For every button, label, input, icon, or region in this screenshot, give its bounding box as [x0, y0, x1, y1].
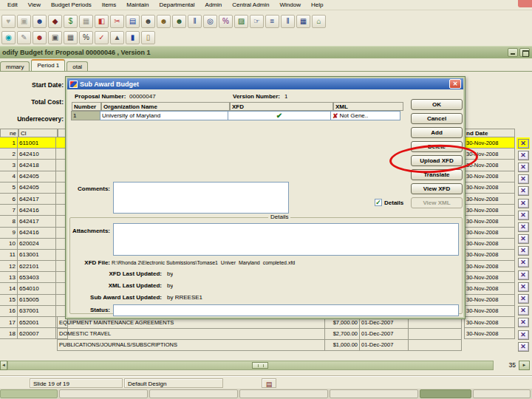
money-bag-icon[interactable]: $ — [64, 15, 78, 28]
details-checkbox[interactable]: ✓ Details — [375, 199, 403, 206]
window-grid-icon[interactable]: ▦ — [296, 15, 310, 28]
percent-icon[interactable]: % — [79, 31, 93, 44]
budget-row[interactable]: 9 642416 — [0, 227, 69, 239]
taskbar-button[interactable] — [59, 389, 148, 398]
budget-row[interactable]: 16 637001 — [0, 305, 69, 317]
scrollbar-thumb[interactable] — [252, 362, 268, 369]
x-checkbox-icon[interactable]: ✕ — [518, 199, 529, 208]
delete-button[interactable]: Delete — [411, 141, 463, 152]
x-checkbox-icon[interactable]: ✕ — [518, 163, 529, 172]
menu-window[interactable]: Window — [275, 1, 304, 9]
budget-row[interactable]: 5 642405 — [0, 182, 69, 194]
budget-row[interactable]: 14 654010 — [0, 282, 69, 294]
x-checkbox-icon[interactable]: ✕ — [518, 234, 529, 244]
window-titlebar[interactable]: odify Budget for Proposal 00000046 , Ver… — [0, 46, 532, 58]
x-checkbox-icon[interactable]: ✕ — [518, 174, 529, 184]
organization-column-header[interactable]: Organization Name — [101, 102, 230, 111]
budget-row[interactable]: 10 620024 — [0, 238, 69, 250]
favorites-icon[interactable]: ♥ — [1, 15, 16, 28]
x-checkbox-icon[interactable]: ✕ — [518, 294, 529, 304]
exit-door-icon[interactable]: ⌂ — [312, 15, 326, 28]
list-icon[interactable]: ≡ — [265, 15, 279, 28]
exchange-icon[interactable]: ▤ — [126, 15, 140, 28]
x-checkbox-icon[interactable]: ✕ — [518, 139, 529, 149]
scrollbar-track[interactable] — [7, 361, 494, 370]
budget-row[interactable]: 7 642416 — [0, 204, 69, 216]
menu-departmental[interactable]: Departmental — [155, 1, 200, 9]
ok-button[interactable]: OK — [411, 99, 463, 110]
x-checkbox-icon[interactable]: ✕ — [518, 318, 529, 327]
person-budget-icon[interactable]: ☻ — [33, 15, 47, 28]
taskbar-button[interactable] — [239, 389, 328, 398]
x-checkbox-icon[interactable]: ✕ — [518, 246, 529, 256]
xfd-column-header[interactable]: XFD — [230, 102, 333, 111]
cut-icon[interactable]: ✂ — [110, 15, 124, 28]
binoculars-icon[interactable]: ▦ — [79, 15, 93, 28]
x-checkbox-icon[interactable]: ✕ — [518, 306, 529, 316]
budget-row[interactable]: 2 642410 — [0, 148, 69, 160]
cancel-button[interactable]: Cancel — [411, 113, 463, 124]
x-checkbox-icon[interactable]: ✕ — [518, 258, 529, 267]
scroll-left-icon[interactable]: ◄ — [0, 361, 7, 370]
budget-row[interactable]: DOMESTIC TRAVEL $2,700.00 01-Dec-2007 — [58, 328, 463, 340]
books-icon[interactable]: ◆ — [48, 15, 62, 28]
upload-xfd-button[interactable]: Upload XFD — [411, 155, 463, 166]
chart-wizard-icon[interactable]: ▲ — [110, 31, 124, 44]
menu-budget-periods[interactable]: Budget Periods — [47, 1, 96, 9]
tab-total[interactable]: otal — [66, 61, 88, 72]
menu-items[interactable]: Items — [98, 1, 121, 9]
close-icon[interactable]: ✕ — [449, 79, 461, 89]
split-view-icon[interactable]: ‖ — [281, 15, 295, 28]
columns-icon[interactable]: ‖ — [188, 15, 202, 28]
find-person-icon[interactable]: ☻ — [141, 15, 155, 28]
menu-edit[interactable]: Edit — [3, 1, 22, 9]
taskbar-button[interactable] — [330, 389, 418, 398]
x-checkbox-icon[interactable]: ✕ — [518, 342, 529, 352]
menu-maintain[interactable]: Maintain — [122, 1, 153, 9]
minimize-icon[interactable] — [508, 48, 518, 57]
budget-row[interactable]: 4 642405 — [0, 171, 69, 183]
x-checkbox-icon[interactable]: ✕ — [518, 186, 529, 196]
x-checkbox-icon[interactable]: ✕ — [518, 151, 529, 160]
scroll-right-icon[interactable]: ► — [519, 361, 530, 370]
budget-row[interactable]: 6 642417 — [0, 193, 69, 205]
view-xml-button[interactable]: View XML — [411, 197, 463, 208]
budget-row[interactable]: 13 653403 — [0, 271, 69, 283]
percent-grid-icon[interactable]: % — [219, 15, 233, 28]
taskbar-button-active[interactable] — [420, 389, 471, 398]
tab-summary[interactable]: mmary — [0, 61, 30, 72]
dialog-titlebar[interactable]: Sub Award Budget ✕ — [67, 78, 463, 89]
x-checkbox-icon[interactable]: ✕ — [518, 222, 529, 232]
spellcheck-icon[interactable]: ▤ — [262, 378, 276, 388]
save-frame-icon[interactable]: ▣ — [48, 31, 62, 44]
copy-icon[interactable]: ▣ — [17, 15, 31, 28]
budget-row[interactable]: PUBLICATIONS/JOURNALS/SUBSCRIPTIONS $1,0… — [58, 339, 463, 351]
restore-icon[interactable] — [519, 48, 530, 57]
chart-check-icon[interactable]: ✓ — [95, 31, 109, 44]
comments-textarea[interactable] — [113, 182, 289, 214]
calendar-icon[interactable]: ▦ — [64, 31, 78, 44]
person-alert-icon[interactable]: ☻ — [33, 31, 47, 44]
people-icon[interactable]: ☻ — [157, 15, 171, 28]
x-checkbox-icon[interactable]: ✕ — [518, 330, 529, 340]
menu-view[interactable]: View — [24, 1, 45, 9]
app-close-button-sliver[interactable] — [518, 0, 532, 7]
budget-row[interactable]: 11 613001 — [0, 249, 69, 261]
person-desk-icon[interactable]: ☻ — [172, 15, 186, 28]
status-field[interactable] — [113, 304, 459, 316]
view-xfd-button[interactable]: View XFD — [411, 183, 463, 194]
tab-period-1[interactable]: Period 1 — [31, 59, 65, 72]
x-checkbox-icon[interactable]: ✕ — [518, 282, 529, 292]
clipboard-icon[interactable]: ▯ — [141, 31, 155, 44]
taskbar-button[interactable] — [473, 389, 531, 398]
x-checkbox-icon[interactable]: ✕ — [518, 270, 529, 280]
number-column-header[interactable]: Number — [72, 102, 101, 111]
add-button[interactable]: Add — [411, 127, 463, 138]
menu-admin[interactable]: Admin — [201, 1, 227, 9]
budget-row[interactable]: 1 611001 — [0, 137, 69, 149]
budget-row[interactable]: 15 615005 — [0, 294, 69, 306]
printer-icon[interactable]: ▨ — [234, 15, 248, 28]
person-go-icon[interactable]: ☞ — [250, 15, 264, 28]
subaward-row[interactable]: 1 University of Maryland ✔ ✘ Not Gene.. — [72, 111, 400, 120]
taskbar-button[interactable] — [0, 389, 58, 398]
